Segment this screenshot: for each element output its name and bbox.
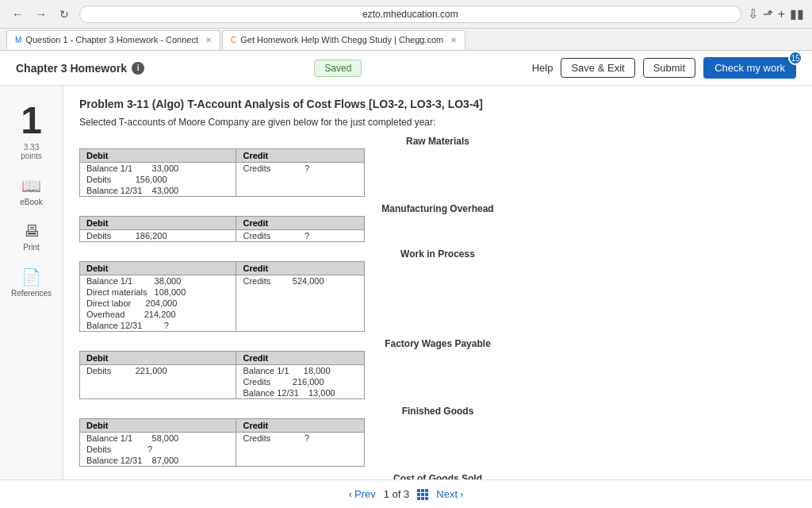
grid-dot <box>425 489 428 492</box>
raw-materials-table: Debit Credit Balance 1/1 33,000 Credits … <box>79 148 365 197</box>
next-button[interactable]: Next › <box>436 488 463 500</box>
table-row: Debits ? <box>80 444 365 455</box>
fw-credit-header: Credit <box>236 352 365 365</box>
wip-row2-debit: Direct materials 108,000 <box>80 287 236 298</box>
tab-connect[interactable]: M Question 1 - Chapter 3 Homework - Conn… <box>6 30 220 49</box>
mo-row1-credit: Credits ? <box>236 230 365 242</box>
tab-bar: M Question 1 - Chapter 3 Homework - Conn… <box>0 29 812 51</box>
table-row: Credits 216,000 <box>80 376 365 387</box>
rm-row3-credit <box>236 185 365 197</box>
ebook-icon: 📖 <box>21 176 41 195</box>
finished-goods-table: Debit Credit Balance 1/1 58,000 Credits … <box>79 418 365 467</box>
table-row: Debits 156,000 <box>80 174 365 185</box>
references-label: References <box>11 289 52 298</box>
mo-debit-header: Debit <box>80 217 236 230</box>
wip-row3-debit: Direct labor 204,000 <box>80 298 236 309</box>
print-label: Print <box>23 243 40 252</box>
nav-back-button[interactable]: ← <box>8 6 27 22</box>
nav-forward-button[interactable]: → <box>32 6 51 22</box>
grid-dot <box>417 493 420 496</box>
problem-number-display: 1 3.33 points <box>21 102 42 160</box>
wip-row2-credit <box>236 287 365 298</box>
raw-materials-title: Raw Materials <box>79 136 796 147</box>
bottom-nav: ‹ Prev 1 of 3 Next › <box>0 479 812 508</box>
mfg-overhead-title: Manufacturing Overhead <box>79 203 796 214</box>
rm-row2-credit <box>236 174 365 185</box>
submit-button[interactable]: Submit <box>643 58 695 78</box>
problem-title: Problem 3-11 (Algo) T-Account Analysis o… <box>79 98 796 110</box>
references-tool[interactable]: 📄 References <box>11 267 52 298</box>
print-tool[interactable]: 🖶 Print <box>23 222 40 252</box>
wip-table: Debit Credit Balance 1/1 38,000 Credits … <box>79 261 365 332</box>
check-work-label: Check my work <box>714 62 785 74</box>
chapter-title-text: Chapter 3 Homework <box>16 62 127 75</box>
ebook-label: eBook <box>20 198 42 206</box>
next-chevron-icon: › <box>460 488 463 500</box>
ebook-tool[interactable]: 📖 eBook <box>20 176 42 206</box>
app-header: Chapter 3 Homework i Saved Help Save & E… <box>0 51 812 86</box>
wip-credit-header: Credit <box>236 262 365 275</box>
next-label: Next <box>436 488 458 500</box>
address-bar[interactable]: ezto.mheducation.com <box>79 6 741 23</box>
table-row: Overhead 214,200 <box>80 309 365 320</box>
factory-wages-table: Debit Credit Debits 221,000 Balance 1/1 … <box>79 351 365 399</box>
table-row: Debits 221,000 Balance 1/1 18,000 <box>80 365 365 377</box>
tab-connect-label: Question 1 - Chapter 3 Homework - Connec… <box>25 35 198 44</box>
mo-credit-header: Credit <box>236 217 365 230</box>
page-current: 1 <box>384 488 389 500</box>
grid-dot <box>417 497 420 500</box>
page-indicator: 1 of 3 <box>384 488 410 500</box>
url-text: ezto.mheducation.com <box>362 9 458 20</box>
finished-goods-title: Finished Goods <box>79 406 796 417</box>
nav-refresh-button[interactable]: ↻ <box>56 6 73 22</box>
help-button[interactable]: Help <box>532 62 553 74</box>
grid-dot <box>421 493 424 496</box>
check-work-button[interactable]: Check my work 15 <box>703 57 796 79</box>
prev-button[interactable]: ‹ Prev <box>349 488 376 500</box>
browser-nav: ← → ↻ <box>8 6 73 22</box>
wip-title: Work in Process <box>79 248 796 260</box>
extensions-button[interactable]: ▮▮ <box>790 6 804 21</box>
tab-chegg[interactable]: C Get Homework Help With Chegg Study | C… <box>222 30 465 49</box>
save-exit-button[interactable]: Save & Exit <box>561 58 634 78</box>
wip-row1-debit: Balance 1/1 38,000 <box>80 275 236 287</box>
rm-credit-header: Credit <box>236 149 365 163</box>
grid-icon[interactable] <box>417 489 428 500</box>
share-button[interactable]: ⬏ <box>763 6 773 21</box>
header-buttons: Help Save & Exit Submit Check my work 15 <box>532 57 796 79</box>
rm-debit-header: Debit <box>80 149 236 163</box>
grid-dot <box>425 497 428 500</box>
new-tab-button[interactable]: + <box>778 7 785 21</box>
browser-chrome: ← → ↻ ezto.mheducation.com ⇩ ⬏ + ▮▮ <box>0 0 812 29</box>
page-separator: of <box>393 488 404 500</box>
table-row: Balance 12/31 87,000 <box>80 455 365 467</box>
wip-row4-debit: Overhead 214,200 <box>80 309 236 320</box>
tab-chegg-close[interactable]: ✕ <box>450 36 457 44</box>
factory-wages-section: Factory Wages Payable Debit Credit Debit… <box>79 338 796 399</box>
fw-row1-debit: Debits 221,000 <box>80 365 236 377</box>
fg-row2-credit <box>236 444 365 455</box>
tab-connect-close[interactable]: ✕ <box>205 36 212 44</box>
rm-row3-debit: Balance 12/31 43,000 <box>80 185 236 197</box>
download-button[interactable]: ⇩ <box>748 6 758 21</box>
sidebar: 1 3.33 points 📖 eBook 🖶 Print 📄 Referenc… <box>0 86 63 479</box>
fg-row3-debit: Balance 12/31 87,000 <box>80 455 236 467</box>
table-row: Balance 12/31 ? <box>80 320 365 332</box>
grid-dot <box>421 489 424 492</box>
rm-row1-debit-label: Balance 1/1 33,000 <box>80 163 236 175</box>
problem-description: Selected T-accounts of Moore Company are… <box>79 117 796 128</box>
fg-debit-header: Debit <box>80 419 236 433</box>
mfg-overhead-table: Debit Credit Debits 186,200 Credits ? <box>79 216 365 242</box>
fw-debit-header: Debit <box>80 352 236 365</box>
info-icon[interactable]: i <box>132 62 144 75</box>
fw-row3-credit: Balance 12/31 13,000 <box>236 387 365 399</box>
raw-materials-section: Raw Materials Debit Credit Balance 1/1 3… <box>79 136 796 197</box>
saved-badge: Saved <box>314 60 362 77</box>
prev-label: Prev <box>354 488 376 500</box>
connect-tab-icon: M <box>15 36 21 44</box>
wip-debit-header: Debit <box>80 262 236 275</box>
references-icon: 📄 <box>21 267 41 287</box>
table-row: Debits 186,200 Credits ? <box>80 230 365 242</box>
wip-row5-credit <box>236 320 365 332</box>
mo-row1-debit: Debits 186,200 <box>80 230 236 242</box>
